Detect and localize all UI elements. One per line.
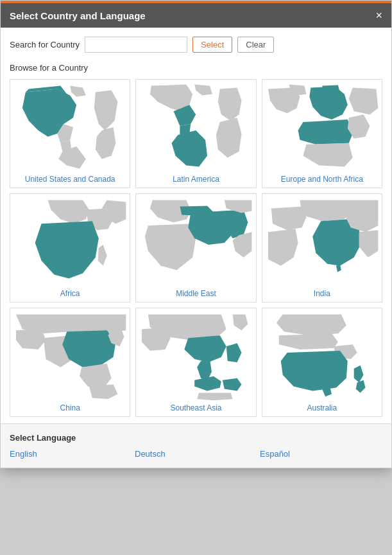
region-card-australia[interactable]: Australia: [262, 308, 382, 417]
region-card-southeast-asia[interactable]: Southeast Asia: [135, 308, 256, 417]
region-name-middle-east: Middle East: [139, 286, 253, 299]
search-input[interactable]: [85, 37, 187, 53]
region-card-us-canada[interactable]: United States and Canada: [10, 79, 130, 188]
modal-body: Search for Country Select Clear Browse f…: [1, 28, 391, 417]
search-label: Search for Country: [10, 40, 80, 49]
clear-button[interactable]: Clear: [237, 37, 274, 53]
close-button[interactable]: ×: [375, 10, 382, 21]
regions-grid: United States and Canada: [10, 79, 382, 417]
region-name-india: India: [265, 286, 379, 299]
region-name-europe-north-africa: Europe and North Africa: [265, 172, 379, 185]
region-name-china: China: [13, 401, 127, 414]
language-deutsch[interactable]: Deutsch: [135, 449, 257, 459]
region-card-middle-east[interactable]: Middle East: [135, 193, 256, 303]
language-grid: English Deutsch Español: [10, 449, 382, 459]
search-row: Search for Country Select Clear: [10, 37, 382, 53]
region-card-latin-america[interactable]: Latin America: [135, 79, 256, 188]
region-card-china[interactable]: China: [10, 308, 130, 417]
region-name-us-canada: United States and Canada: [13, 172, 127, 185]
region-name-africa: Africa: [13, 286, 127, 299]
region-card-africa[interactable]: Africa: [10, 193, 130, 303]
language-english[interactable]: English: [10, 449, 132, 459]
modal-header: Select Country and Language ×: [1, 1, 391, 28]
language-espanol[interactable]: Español: [260, 449, 382, 459]
region-card-europe-north-africa[interactable]: Europe and North Africa: [262, 79, 382, 188]
browse-label: Browse for a Country: [10, 63, 382, 73]
language-title: Select Language: [10, 433, 382, 443]
modal-title: Select Country and Language: [10, 10, 146, 21]
region-name-latin-america: Latin America: [139, 172, 253, 185]
modal: Select Country and Language × Search for…: [0, 0, 392, 468]
language-section: Select Language English Deutsch Español: [1, 423, 391, 468]
select-button[interactable]: Select: [192, 37, 232, 53]
region-card-india[interactable]: India: [262, 193, 382, 303]
region-name-australia: Australia: [265, 401, 379, 414]
region-name-southeast-asia: Southeast Asia: [139, 401, 253, 414]
